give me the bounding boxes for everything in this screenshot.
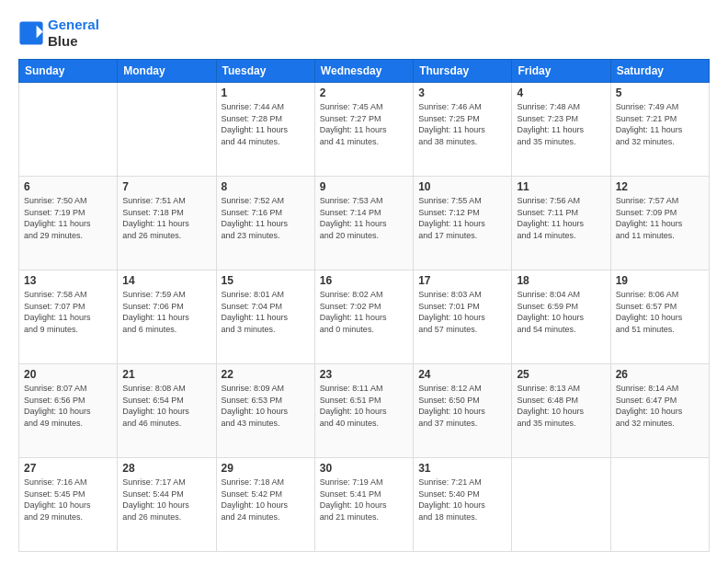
day-number: 16 (320, 274, 408, 287)
calendar-cell (19, 83, 118, 177)
day-number: 26 (616, 368, 704, 381)
weekday-header-sunday: Sunday (19, 60, 118, 83)
calendar-cell: 16Sunrise: 8:02 AM Sunset: 7:02 PM Dayli… (314, 270, 413, 364)
logo: General Blue (18, 17, 99, 50)
calendar-cell: 24Sunrise: 8:12 AM Sunset: 6:50 PM Dayli… (414, 364, 512, 458)
day-number: 5 (616, 86, 704, 99)
day-info: Sunrise: 7:17 AM Sunset: 5:44 PM Dayligh… (122, 477, 210, 523)
logo-icon (18, 20, 44, 46)
calendar-week-4: 20Sunrise: 8:07 AM Sunset: 6:56 PM Dayli… (19, 364, 710, 458)
day-number: 12 (616, 180, 704, 193)
day-info: Sunrise: 7:46 AM Sunset: 7:25 PM Dayligh… (418, 101, 506, 147)
calendar-cell: 15Sunrise: 8:01 AM Sunset: 7:04 PM Dayli… (216, 270, 314, 364)
day-info: Sunrise: 8:14 AM Sunset: 6:47 PM Dayligh… (616, 383, 704, 429)
day-info: Sunrise: 7:59 AM Sunset: 7:06 PM Dayligh… (122, 289, 210, 335)
day-number: 9 (320, 180, 408, 193)
day-number: 28 (122, 462, 210, 475)
day-info: Sunrise: 7:18 AM Sunset: 5:42 PM Dayligh… (222, 477, 310, 523)
day-number: 10 (418, 180, 506, 193)
day-number: 27 (24, 462, 112, 475)
calendar-cell: 13Sunrise: 7:58 AM Sunset: 7:07 PM Dayli… (19, 270, 118, 364)
weekday-header-saturday: Saturday (610, 60, 709, 83)
day-info: Sunrise: 7:49 AM Sunset: 7:21 PM Dayligh… (616, 101, 704, 147)
day-number: 11 (517, 180, 605, 193)
day-info: Sunrise: 8:12 AM Sunset: 6:50 PM Dayligh… (418, 383, 506, 429)
day-number: 25 (517, 368, 605, 381)
day-number: 8 (222, 180, 310, 193)
calendar-cell: 8Sunrise: 7:52 AM Sunset: 7:16 PM Daylig… (216, 177, 314, 270)
day-info: Sunrise: 7:19 AM Sunset: 5:41 PM Dayligh… (320, 477, 408, 523)
calendar-week-1: 1Sunrise: 7:44 AM Sunset: 7:28 PM Daylig… (19, 83, 710, 177)
calendar-cell: 20Sunrise: 8:07 AM Sunset: 6:56 PM Dayli… (19, 364, 118, 458)
calendar-week-5: 27Sunrise: 7:16 AM Sunset: 5:45 PM Dayli… (19, 458, 710, 552)
day-info: Sunrise: 7:52 AM Sunset: 7:16 PM Dayligh… (222, 195, 310, 241)
day-info: Sunrise: 8:11 AM Sunset: 6:51 PM Dayligh… (320, 383, 408, 429)
weekday-header-monday: Monday (118, 60, 216, 83)
day-number: 13 (24, 274, 112, 287)
day-info: Sunrise: 8:09 AM Sunset: 6:53 PM Dayligh… (222, 383, 310, 429)
day-number: 30 (320, 462, 408, 475)
calendar-cell: 29Sunrise: 7:18 AM Sunset: 5:42 PM Dayli… (216, 458, 314, 552)
logo-text: General Blue (48, 17, 99, 50)
calendar-cell: 3Sunrise: 7:46 AM Sunset: 7:25 PM Daylig… (414, 83, 512, 177)
calendar-cell: 10Sunrise: 7:55 AM Sunset: 7:12 PM Dayli… (414, 177, 512, 270)
day-number: 20 (24, 368, 112, 381)
calendar-cell: 19Sunrise: 8:06 AM Sunset: 6:57 PM Dayli… (610, 270, 709, 364)
calendar-cell: 2Sunrise: 7:45 AM Sunset: 7:27 PM Daylig… (314, 83, 413, 177)
calendar-cell: 6Sunrise: 7:50 AM Sunset: 7:19 PM Daylig… (19, 177, 118, 270)
calendar-cell: 14Sunrise: 7:59 AM Sunset: 7:06 PM Dayli… (118, 270, 216, 364)
calendar-cell: 31Sunrise: 7:21 AM Sunset: 5:40 PM Dayli… (414, 458, 512, 552)
day-info: Sunrise: 7:58 AM Sunset: 7:07 PM Dayligh… (24, 289, 112, 335)
calendar-week-2: 6Sunrise: 7:50 AM Sunset: 7:19 PM Daylig… (19, 177, 710, 270)
day-info: Sunrise: 7:56 AM Sunset: 7:11 PM Dayligh… (517, 195, 605, 241)
day-info: Sunrise: 7:53 AM Sunset: 7:14 PM Dayligh… (320, 195, 408, 241)
day-number: 6 (24, 180, 112, 193)
calendar-cell: 4Sunrise: 7:48 AM Sunset: 7:23 PM Daylig… (512, 83, 610, 177)
day-info: Sunrise: 8:06 AM Sunset: 6:57 PM Dayligh… (616, 289, 704, 335)
calendar-cell: 17Sunrise: 8:03 AM Sunset: 7:01 PM Dayli… (414, 270, 512, 364)
day-info: Sunrise: 8:02 AM Sunset: 7:02 PM Dayligh… (320, 289, 408, 335)
day-info: Sunrise: 7:45 AM Sunset: 7:27 PM Dayligh… (320, 101, 408, 147)
day-number: 29 (222, 462, 310, 475)
day-info: Sunrise: 7:51 AM Sunset: 7:18 PM Dayligh… (122, 195, 210, 241)
calendar-cell: 12Sunrise: 7:57 AM Sunset: 7:09 PM Dayli… (610, 177, 709, 270)
page: General Blue SundayMondayTuesdayWednesda… (0, 0, 728, 563)
calendar-cell: 23Sunrise: 8:11 AM Sunset: 6:51 PM Dayli… (314, 364, 413, 458)
calendar-cell (118, 83, 216, 177)
day-number: 15 (222, 274, 310, 287)
calendar-cell: 7Sunrise: 7:51 AM Sunset: 7:18 PM Daylig… (118, 177, 216, 270)
day-info: Sunrise: 7:44 AM Sunset: 7:28 PM Dayligh… (222, 101, 310, 147)
day-info: Sunrise: 7:48 AM Sunset: 7:23 PM Dayligh… (517, 101, 605, 147)
day-info: Sunrise: 8:13 AM Sunset: 6:48 PM Dayligh… (517, 383, 605, 429)
calendar-header-row: SundayMondayTuesdayWednesdayThursdayFrid… (19, 60, 710, 83)
calendar-cell: 28Sunrise: 7:17 AM Sunset: 5:44 PM Dayli… (118, 458, 216, 552)
day-number: 18 (517, 274, 605, 287)
day-number: 23 (320, 368, 408, 381)
day-number: 19 (616, 274, 704, 287)
weekday-header-thursday: Thursday (414, 60, 512, 83)
calendar-cell (512, 458, 610, 552)
day-number: 21 (122, 368, 210, 381)
day-info: Sunrise: 7:16 AM Sunset: 5:45 PM Dayligh… (24, 477, 112, 523)
day-number: 14 (122, 274, 210, 287)
day-info: Sunrise: 8:04 AM Sunset: 6:59 PM Dayligh… (517, 289, 605, 335)
calendar-cell: 22Sunrise: 8:09 AM Sunset: 6:53 PM Dayli… (216, 364, 314, 458)
day-info: Sunrise: 8:03 AM Sunset: 7:01 PM Dayligh… (418, 289, 506, 335)
day-number: 2 (320, 86, 408, 99)
day-info: Sunrise: 7:57 AM Sunset: 7:09 PM Dayligh… (616, 195, 704, 241)
day-info: Sunrise: 7:50 AM Sunset: 7:19 PM Dayligh… (24, 195, 112, 241)
day-number: 17 (418, 274, 506, 287)
weekday-header-wednesday: Wednesday (314, 60, 413, 83)
day-number: 24 (418, 368, 506, 381)
day-info: Sunrise: 8:07 AM Sunset: 6:56 PM Dayligh… (24, 383, 112, 429)
day-number: 31 (418, 462, 506, 475)
weekday-header-tuesday: Tuesday (216, 60, 314, 83)
calendar-cell: 18Sunrise: 8:04 AM Sunset: 6:59 PM Dayli… (512, 270, 610, 364)
day-number: 3 (418, 86, 506, 99)
calendar-week-3: 13Sunrise: 7:58 AM Sunset: 7:07 PM Dayli… (19, 270, 710, 364)
calendar-cell: 21Sunrise: 8:08 AM Sunset: 6:54 PM Dayli… (118, 364, 216, 458)
day-info: Sunrise: 7:55 AM Sunset: 7:12 PM Dayligh… (418, 195, 506, 241)
day-number: 22 (222, 368, 310, 381)
day-info: Sunrise: 8:08 AM Sunset: 6:54 PM Dayligh… (122, 383, 210, 429)
day-info: Sunrise: 7:21 AM Sunset: 5:40 PM Dayligh… (418, 477, 506, 523)
